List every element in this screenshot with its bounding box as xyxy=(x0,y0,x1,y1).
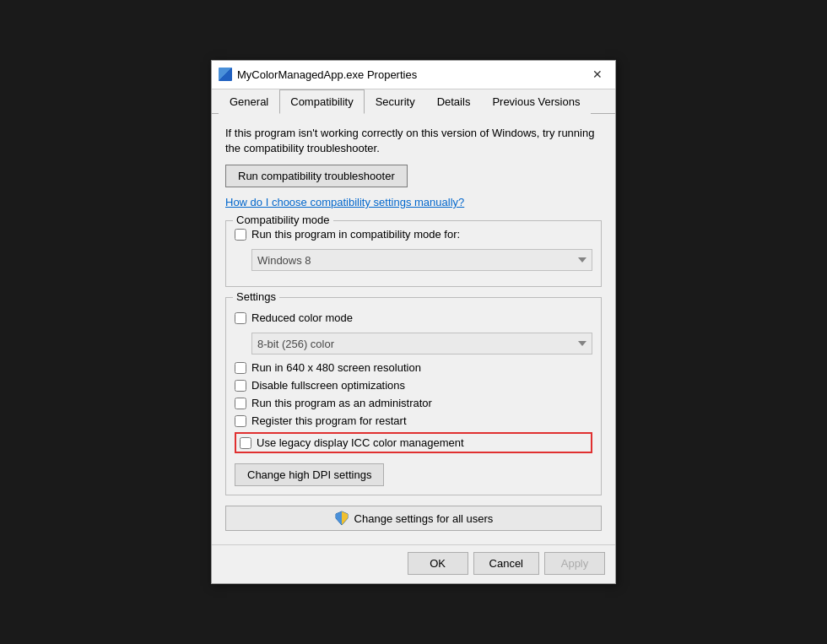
tab-compatibility[interactable]: Compatibility xyxy=(279,89,364,114)
resolution-row: Run in 640 x 480 screen resolution xyxy=(235,361,592,374)
register-restart-checkbox[interactable] xyxy=(235,415,246,427)
compat-mode-checkbox[interactable] xyxy=(235,229,246,241)
resolution-label[interactable]: Run in 640 x 480 screen resolution xyxy=(251,361,421,374)
cancel-button[interactable]: Cancel xyxy=(473,552,539,575)
change-all-users-button[interactable]: Change settings for all users xyxy=(225,506,602,531)
tab-general[interactable]: General xyxy=(219,89,279,114)
settings-inner: Reduced color mode 8-bit (256) color Run… xyxy=(235,305,592,486)
apply-button[interactable]: Apply xyxy=(544,552,605,575)
color-dropdown-wrapper: 8-bit (256) color xyxy=(251,329,592,354)
resolution-checkbox[interactable] xyxy=(235,362,246,374)
fullscreen-row: Disable fullscreen optimizations xyxy=(235,379,592,392)
reduced-color-row: Reduced color mode xyxy=(235,311,592,324)
app-icon xyxy=(219,68,232,81)
change-all-users-label: Change settings for all users xyxy=(354,512,494,525)
settings-group: Settings Reduced color mode 8-bit (256) … xyxy=(225,297,602,495)
legacy-icc-label[interactable]: Use legacy display ICC color management xyxy=(257,436,464,449)
color-depth-dropdown[interactable]: 8-bit (256) color xyxy=(251,333,592,354)
legacy-icc-checkbox[interactable] xyxy=(240,437,251,449)
restart-row: Register this program for restart xyxy=(235,414,592,427)
fullscreen-label[interactable]: Disable fullscreen optimizations xyxy=(251,379,405,392)
title-bar-left: MyColorManagedApp.exe Properties xyxy=(219,68,417,81)
fullscreen-checkbox[interactable] xyxy=(235,380,246,392)
tab-details[interactable]: Details xyxy=(426,89,482,114)
dialog-title: MyColorManagedApp.exe Properties xyxy=(237,68,417,81)
compat-group-label: Compatibility mode xyxy=(233,214,333,226)
compat-checkbox-row: Run this program in compatibility mode f… xyxy=(235,228,592,241)
admin-checkbox[interactable] xyxy=(235,398,246,409)
shield-icon xyxy=(334,511,349,526)
dialog-footer: OK Cancel Apply xyxy=(212,544,615,583)
tab-content: If this program isn't working correctly … xyxy=(212,114,615,544)
close-button[interactable]: ✕ xyxy=(588,65,607,84)
compat-dropdown-wrapper: Windows 8 Windows 7 Windows Vista (SP2) … xyxy=(251,246,592,271)
compat-os-dropdown[interactable]: Windows 8 Windows 7 Windows Vista (SP2) … xyxy=(251,249,592,271)
change-dpi-button[interactable]: Change high DPI settings xyxy=(235,463,384,486)
compat-mode-label[interactable]: Run this program in compatibility mode f… xyxy=(251,228,460,241)
intro-text: If this program isn't working correctly … xyxy=(225,126,602,156)
settings-group-label: Settings xyxy=(233,290,279,303)
admin-row: Run this program as an administrator xyxy=(235,397,592,409)
tab-security[interactable]: Security xyxy=(365,89,426,114)
run-troubleshooter-button[interactable]: Run compatibility troubleshooter xyxy=(225,165,408,187)
title-bar: MyColorManagedApp.exe Properties ✕ xyxy=(212,61,615,89)
reduced-color-checkbox[interactable] xyxy=(235,312,246,324)
reduced-color-label[interactable]: Reduced color mode xyxy=(251,311,353,324)
manual-settings-link[interactable]: How do I choose compatibility settings m… xyxy=(225,196,602,208)
tabs-bar: General Compatibility Security Details P… xyxy=(212,89,615,114)
tab-previous-versions[interactable]: Previous Versions xyxy=(481,89,591,114)
ok-button[interactable]: OK xyxy=(408,552,468,575)
compatibility-mode-group: Compatibility mode Run this program in c… xyxy=(225,220,602,287)
legacy-icc-row: Use legacy display ICC color management xyxy=(235,432,592,453)
admin-label[interactable]: Run this program as an administrator xyxy=(251,397,432,409)
properties-dialog: MyColorManagedApp.exe Properties ✕ Gener… xyxy=(211,60,616,584)
register-restart-label[interactable]: Register this program for restart xyxy=(251,414,407,427)
